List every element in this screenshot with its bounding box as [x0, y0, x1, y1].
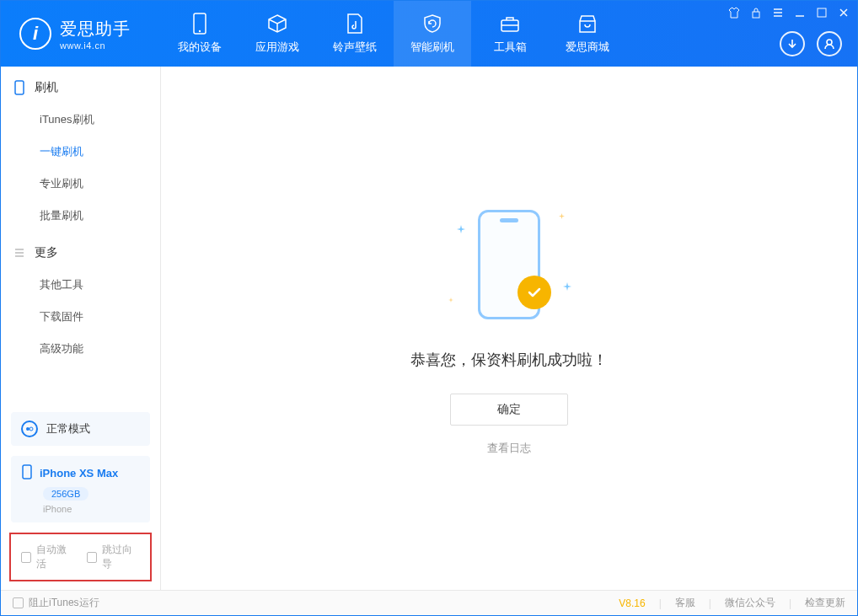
close-button[interactable] [837, 6, 850, 19]
checkbox-label: 阻止iTunes运行 [29, 596, 99, 610]
check-badge-icon [517, 276, 551, 309]
svg-rect-6 [15, 81, 24, 94]
lock-icon[interactable] [749, 6, 763, 19]
list-icon [13, 246, 26, 260]
group-title: 更多 [35, 245, 58, 260]
highlighted-options: 自动激活 跳过向导 [9, 533, 152, 581]
content-area: 刷机 iTunes刷机 一键刷机 专业刷机 批量刷机 更多 其他工具 下载固件 … [1, 67, 857, 590]
checkbox-block-itunes[interactable]: 阻止iTunes运行 [13, 596, 99, 610]
svg-rect-9 [23, 465, 31, 479]
checkbox-label: 跳过向导 [102, 543, 140, 571]
sparkle-icon [563, 282, 571, 291]
sidebar-item-itunes-flash[interactable]: iTunes刷机 [1, 104, 160, 136]
refresh-shield-icon [421, 13, 443, 35]
tab-smart-flash[interactable]: 智能刷机 [394, 1, 471, 67]
download-button[interactable] [780, 31, 805, 56]
tab-label: 铃声壁纸 [333, 40, 377, 55]
menu-icon[interactable] [771, 6, 785, 19]
svg-point-1 [199, 30, 201, 32]
checkbox-icon [21, 552, 31, 563]
tab-label: 智能刷机 [410, 40, 454, 55]
device-card[interactable]: iPhone XS Max 256GB iPhone [11, 456, 150, 522]
svg-rect-3 [753, 12, 759, 18]
music-file-icon [344, 13, 366, 35]
shop-icon [576, 13, 598, 35]
window-controls [727, 6, 850, 19]
sidebar-group-more: 更多 [1, 232, 160, 269]
success-illustration [442, 201, 576, 328]
device-icon [189, 13, 211, 35]
tab-ringtone-wallpaper[interactable]: 铃声壁纸 [316, 1, 394, 67]
svg-point-8 [29, 427, 33, 431]
device-storage-badge: 256GB [43, 487, 88, 501]
support-link[interactable]: 客服 [675, 596, 695, 610]
version-label: V8.16 [619, 597, 645, 609]
toolbox-icon [499, 13, 521, 35]
logo-icon: i [19, 18, 51, 50]
sparkle-icon [559, 213, 565, 219]
check-update-link[interactable]: 检查更新 [805, 596, 845, 610]
group-title: 刷机 [35, 80, 58, 95]
sidebar-item-other-tools[interactable]: 其他工具 [1, 269, 160, 301]
sidebar-item-oneclick-flash[interactable]: 一键刷机 [1, 136, 160, 168]
maximize-button[interactable] [815, 6, 829, 19]
ok-button[interactable]: 确定 [450, 394, 568, 426]
checkbox-auto-activate[interactable]: 自动激活 [21, 543, 75, 571]
phone-icon [13, 81, 26, 94]
sidebar-item-download-firmware[interactable]: 下载固件 [1, 301, 160, 333]
title-bar: i 爱思助手 www.i4.cn 我的设备 应用游戏 铃声壁纸 [1, 1, 857, 67]
mode-card[interactable]: 正常模式 [11, 412, 150, 446]
tab-label: 应用游戏 [255, 40, 299, 55]
success-message: 恭喜您，保资料刷机成功啦！ [410, 350, 608, 370]
svg-rect-4 [818, 8, 826, 17]
main-panel: 恭喜您，保资料刷机成功啦！ 确定 查看日志 [161, 67, 857, 590]
checkbox-icon [87, 552, 97, 563]
tab-label: 我的设备 [178, 40, 222, 55]
svg-point-7 [26, 427, 29, 431]
sidebar: 刷机 iTunes刷机 一键刷机 专业刷机 批量刷机 更多 其他工具 下载固件 … [1, 67, 161, 590]
sparkle-icon [457, 225, 465, 233]
device-type: iPhone [43, 504, 140, 514]
tab-apps-games[interactable]: 应用游戏 [239, 1, 316, 67]
app-name: 爱思助手 [60, 18, 131, 40]
svg-point-5 [827, 40, 832, 45]
checkbox-label: 自动激活 [36, 543, 74, 571]
sidebar-item-advanced[interactable]: 高级功能 [1, 333, 160, 365]
sidebar-group-flash: 刷机 [1, 67, 160, 104]
minimize-button[interactable] [793, 6, 807, 19]
app-logo: i 爱思助手 www.i4.cn [1, 1, 161, 67]
mode-label: 正常模式 [46, 421, 90, 437]
main-tabs: 我的设备 应用游戏 铃声壁纸 智能刷机 工具箱 [161, 1, 626, 67]
header-actions [780, 31, 842, 56]
wechat-link[interactable]: 微信公众号 [725, 596, 775, 610]
shirt-icon[interactable] [727, 6, 741, 19]
tab-toolbox[interactable]: 工具箱 [471, 1, 549, 67]
cube-icon [266, 13, 288, 35]
user-button[interactable] [817, 31, 842, 56]
tab-label: 工具箱 [494, 40, 527, 55]
app-url: www.i4.cn [60, 40, 131, 51]
status-bar: 阻止iTunes运行 V8.16 | 客服 | 微信公众号 | 检查更新 [1, 590, 857, 615]
view-log-link[interactable]: 查看日志 [487, 441, 531, 456]
tab-store[interactable]: 爱思商城 [549, 1, 626, 67]
tab-label: 爱思商城 [566, 40, 609, 55]
sidebar-item-batch-flash[interactable]: 批量刷机 [1, 200, 160, 232]
checkbox-skip-guide[interactable]: 跳过向导 [87, 543, 141, 571]
sidebar-item-pro-flash[interactable]: 专业刷机 [1, 168, 160, 200]
checkbox-icon [13, 597, 24, 608]
sparkle-icon [448, 297, 453, 303]
tab-my-device[interactable]: 我的设备 [161, 1, 239, 67]
device-name: iPhone XS Max [40, 467, 118, 479]
phone-small-icon [21, 464, 33, 482]
mode-icon [21, 420, 38, 437]
